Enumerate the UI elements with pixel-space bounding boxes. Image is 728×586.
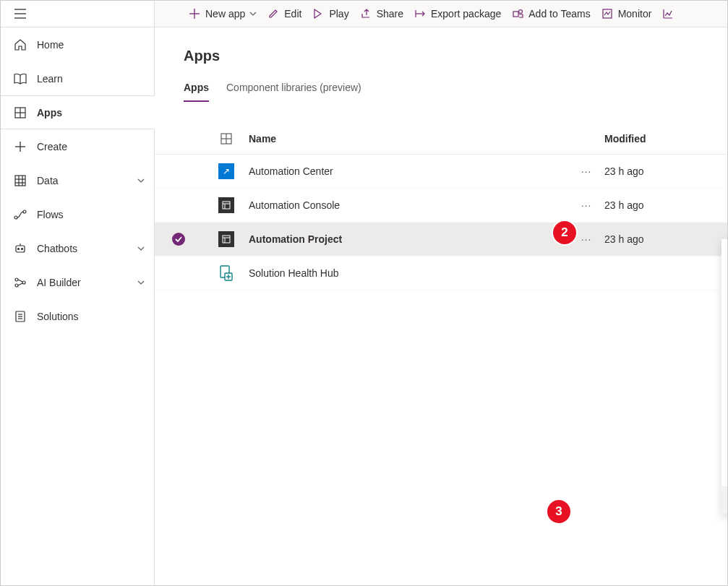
table-row[interactable]: ↗ Automation Center ··· 23 h ago [155, 155, 727, 189]
modified-text: 23 h ago [604, 199, 727, 211]
table-row[interactable]: Automation Console ··· 23 h ago [155, 189, 727, 223]
monitor-button[interactable]: Monitor [596, 1, 658, 27]
grid-icon [14, 174, 27, 187]
svg-rect-32 [513, 12, 518, 17]
health-icon [219, 265, 234, 281]
plus-icon [14, 140, 27, 153]
play-icon [313, 8, 325, 20]
svg-point-17 [18, 248, 20, 249]
sidebar-label: AI Builder [37, 277, 137, 288]
sidebar-label: Home [37, 39, 145, 51]
main: New app Edit Play Share Export package [155, 1, 727, 585]
sidebar: Home Learn Apps Create Data [1, 1, 155, 585]
sidebar-item-solutions[interactable]: Solutions [1, 299, 154, 333]
header-modified[interactable]: Modified [604, 133, 727, 145]
chevron-down-icon [137, 178, 145, 184]
svg-rect-15 [16, 246, 25, 252]
tabs: Apps Component libraries (preview) [184, 82, 727, 103]
sidebar-item-ai-builder[interactable]: AI Builder [1, 265, 154, 299]
tab-apps[interactable]: Apps [184, 82, 209, 102]
hamburger-menu[interactable] [1, 1, 154, 27]
pencil-icon [268, 8, 280, 20]
more-button[interactable]: ··· [578, 197, 595, 214]
app-name: Automation Console [249, 199, 568, 211]
sidebar-item-data[interactable]: Data [1, 163, 154, 197]
sidebar-label: Apps [37, 107, 146, 119]
chevron-down-icon [137, 280, 145, 285]
svg-point-33 [519, 10, 523, 14]
menu-item-export[interactable]: Export package [721, 322, 727, 349]
app-icon-canvas: ↗ [218, 163, 234, 179]
analytics-button-partial[interactable] [657, 1, 685, 27]
check-icon[interactable] [172, 233, 185, 246]
svg-rect-38 [223, 202, 230, 209]
sidebar-label: Chatbots [37, 243, 137, 254]
sidebar-item-learn[interactable]: Learn [1, 61, 154, 95]
more-button[interactable]: ··· [578, 230, 595, 248]
toolbar-label: Add to Teams [528, 8, 590, 20]
table-row[interactable]: Solution Health Hub [155, 257, 727, 290]
book-icon [14, 72, 27, 85]
menu-item-edit[interactable]: Edit [721, 239, 727, 267]
tab-component-libraries[interactable]: Component libraries (preview) [226, 82, 361, 102]
sidebar-item-create[interactable]: Create [1, 129, 154, 163]
toolbar: New app Edit Play Share Export package [155, 1, 727, 27]
toolbar-label: Edit [284, 8, 301, 20]
svg-rect-41 [223, 236, 230, 243]
sidebar-item-flows[interactable]: Flows [1, 197, 154, 231]
more-button[interactable]: ··· [578, 163, 595, 180]
svg-point-14 [23, 210, 26, 213]
export-button[interactable]: Export package [409, 1, 507, 27]
teams-button[interactable]: Add to Teams [507, 1, 596, 27]
play-button[interactable]: Play [307, 1, 354, 27]
home-icon [14, 38, 27, 51]
annotation-badge-2: 2 [553, 221, 576, 244]
sidebar-label: Data [37, 175, 137, 186]
menu-item-delete[interactable]: Delete [721, 459, 727, 486]
sidebar-label: Solutions [37, 311, 145, 322]
app-name: Solution Health Hub [249, 267, 568, 279]
sidebar-label: Learn [37, 73, 145, 85]
context-menu: Edit Play Share Export package Add to Te… [721, 239, 727, 514]
export-icon [415, 8, 427, 20]
chevron-down-icon [249, 12, 257, 17]
hamburger-icon [14, 7, 27, 20]
menu-item-details[interactable]: Details [721, 486, 727, 514]
bot-icon [14, 242, 27, 255]
ai-icon [14, 276, 27, 289]
svg-point-18 [22, 248, 23, 249]
sidebar-label: Create [37, 141, 145, 152]
svg-point-13 [14, 216, 17, 219]
chevron-down-icon [137, 246, 145, 251]
menu-item-monitor[interactable]: Monitor [721, 376, 727, 404]
sidebar-item-home[interactable]: Home [1, 27, 154, 61]
edit-button[interactable]: Edit [262, 1, 307, 27]
new-app-button[interactable]: New app [184, 1, 262, 27]
modified-text: 23 h ago [604, 233, 727, 245]
toolbar-label: Export package [431, 8, 501, 20]
page-title: Apps [184, 48, 727, 64]
menu-item-play[interactable]: Play [721, 267, 727, 294]
sidebar-item-chatbots[interactable]: Chatbots [1, 231, 154, 265]
content: Apps Apps Component libraries (preview) … [155, 27, 727, 585]
header-name[interactable]: Name [249, 133, 568, 145]
solutions-icon [14, 310, 27, 323]
menu-item-teams[interactable]: Add to Teams [721, 349, 727, 376]
toolbar-label: Monitor [618, 8, 652, 20]
app-name: Automation Project [249, 233, 568, 245]
share-button[interactable]: Share [355, 1, 409, 27]
app-icon-model [218, 231, 234, 247]
plus-icon [189, 8, 201, 20]
table-row[interactable]: Automation Project ··· 23 h ago [155, 223, 727, 257]
toolbar-label: Share [377, 8, 403, 20]
monitor-icon [602, 8, 614, 20]
menu-item-share[interactable]: Share [721, 294, 727, 322]
svg-point-20 [15, 284, 18, 287]
menu-item-analytics[interactable]: Analytics (preview) [721, 404, 727, 431]
app-icon-model [218, 197, 234, 213]
svg-point-19 [15, 278, 18, 281]
svg-line-23 [18, 283, 22, 285]
sidebar-item-apps[interactable]: Apps [1, 95, 155, 129]
apps-table: Name Modified ↗ Automation Center ··· 23… [155, 123, 727, 290]
menu-item-settings[interactable]: Settings [721, 431, 727, 459]
